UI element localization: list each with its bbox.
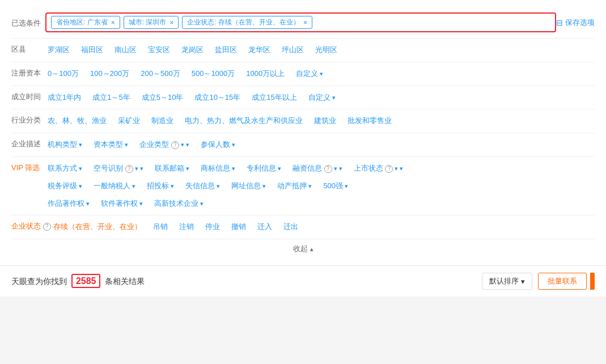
sort-label: 默认排序 xyxy=(489,276,519,286)
filter-item[interactable]: 空号识别 ? ▾ xyxy=(91,162,146,176)
district-row: 区县 罗湖区福田区南山区宝安区龙岗区盐田区龙华区坪山区光明区 xyxy=(11,39,595,62)
filter-item[interactable]: 龙华区 xyxy=(246,43,273,57)
industry-items: 农、林、牧、渔业采矿业制造业电力、热力、燃气及水生产和供应业建筑业批发和零售业 xyxy=(45,114,595,128)
filter-item[interactable]: 作品著作权 xyxy=(45,197,92,211)
filter-item[interactable]: 成立15年以上 xyxy=(249,91,299,105)
question-icon[interactable]: ? xyxy=(125,165,133,173)
filter-item[interactable]: 注销 xyxy=(177,220,196,234)
filter-item[interactable]: 罗湖区 xyxy=(45,43,72,57)
filter-item[interactable]: 盐田区 xyxy=(213,43,239,57)
filter-item[interactable]: 500～1000万 xyxy=(189,67,238,81)
result-prefix: 天眼查为你找到 xyxy=(11,277,67,286)
tag-text: 省份地区: 广东省 xyxy=(56,18,108,27)
vip-line2: 税务评级一般纳税人招投标失信信息网址信息动产抵押500强 xyxy=(45,179,595,193)
filter-item[interactable]: 联系方式 xyxy=(45,162,84,176)
filter-item[interactable]: 资本类型 xyxy=(91,138,130,152)
filter-item[interactable]: 制造业 xyxy=(149,114,176,128)
filter-item[interactable]: 南山区 xyxy=(112,43,139,57)
filter-item[interactable]: 成立1年内 xyxy=(45,91,83,105)
filter-item[interactable]: 上市状态 ? ▾ xyxy=(351,162,406,176)
filter-item[interactable]: 税务评级 xyxy=(45,179,84,193)
enterprise-status-row: 企业状态 ? 存续（在营、开业、在业）吊销注销停业撤销迁入迁出 xyxy=(11,215,595,239)
batch-contact-button[interactable]: 批量联系 xyxy=(538,273,587,290)
filter-item[interactable]: 光明区 xyxy=(313,43,340,57)
filter-item[interactable]: 商标信息 xyxy=(198,162,238,176)
vip-line3: 作品著作权软件著作权高新技术企业 xyxy=(45,197,595,211)
filter-item[interactable]: 吊销 xyxy=(151,220,170,234)
filter-item[interactable]: 高新技术企业 xyxy=(152,197,206,211)
tag-close-province[interactable]: × xyxy=(111,19,115,27)
filter-item[interactable]: 100～200万 xyxy=(88,67,132,81)
bottom-bar: 天眼查为你找到 2585 条相关结果 默认排序 ▾ 批量联系 xyxy=(0,265,606,297)
filter-item[interactable]: 存续（在营、开业、在业） xyxy=(51,220,144,234)
filter-item[interactable]: 龙岗区 xyxy=(179,43,206,57)
filter-item[interactable]: 失信信息 xyxy=(183,179,222,193)
result-count: 2585 xyxy=(71,274,101,288)
filter-item[interactable]: 招投标 xyxy=(145,179,176,193)
filter-item[interactable]: 宝安区 xyxy=(146,43,172,57)
filter-item[interactable]: 批发和零售业 xyxy=(345,114,394,128)
enterprise-status-items: 存续（在营、开业、在业）吊销注销停业撤销迁入迁出 xyxy=(51,220,595,234)
selected-tag-status[interactable]: 企业状态: 存续（在营、开业、在业） × xyxy=(182,16,312,29)
filter-item[interactable]: 停业 xyxy=(203,220,222,234)
tag-close-status[interactable]: × xyxy=(303,19,307,27)
question-icon[interactable]: ? xyxy=(171,141,179,149)
selected-tag-city[interactable]: 城市: 深圳市 × xyxy=(124,16,179,29)
filter-item[interactable]: 动产抵押 xyxy=(275,179,314,193)
sort-button[interactable]: 默认排序 ▾ xyxy=(482,273,532,290)
collapse-row: 收起 xyxy=(11,239,595,259)
district-items: 罗湖区福田区南山区宝安区龙岗区盐田区龙华区坪山区光明区 xyxy=(45,43,595,57)
filter-item[interactable]: 福田区 xyxy=(79,43,105,57)
filter-item[interactable]: 迁出 xyxy=(281,220,300,234)
selected-label: 已选条件 xyxy=(11,17,45,28)
filter-item[interactable]: 成立1～5年 xyxy=(90,91,132,105)
collapse-button[interactable]: 收起 xyxy=(293,244,313,254)
filter-item[interactable]: 一般纳税人 xyxy=(91,179,138,193)
save-button[interactable]: ⊟ 保存选项 xyxy=(556,18,595,28)
filter-item[interactable]: 成立5～10年 xyxy=(139,91,186,105)
founded-row: 成立时间 成立1年内成立1～5年成立5～10年成立10～15年成立15年以上自定… xyxy=(11,86,595,110)
capital-label: 注册资本 xyxy=(11,67,45,78)
filter-item[interactable]: 成立10～15年 xyxy=(192,91,243,105)
question-icon[interactable]: ? xyxy=(385,165,393,173)
vip-label: VIP 筛选 xyxy=(11,162,45,173)
save-icon: ⊟ xyxy=(556,18,563,27)
industry-label: 行业分类 xyxy=(11,114,45,125)
tag-text: 城市: 深圳市 xyxy=(129,18,167,27)
filter-item[interactable]: 企业类型 ? ▾ xyxy=(137,138,192,152)
filter-item[interactable]: 机构类型 xyxy=(45,138,84,152)
sort-arrow-icon: ▾ xyxy=(521,277,525,286)
filter-item[interactable]: 网址信息 xyxy=(229,179,268,193)
filter-item[interactable]: 采矿业 xyxy=(116,114,142,128)
filter-item[interactable]: 迁入 xyxy=(255,220,274,234)
filter-item[interactable]: 农、林、牧、渔业 xyxy=(45,114,109,128)
filter-item[interactable]: 联系邮箱 xyxy=(152,162,192,176)
enterprise-desc-items: 机构类型资本类型企业类型 ? ▾参保人数 xyxy=(45,138,595,152)
tag-close-city[interactable]: × xyxy=(169,19,173,27)
enterprise-desc-row: 企业描述 机构类型资本类型企业类型 ? ▾参保人数 xyxy=(11,133,595,157)
filter-item[interactable]: 0～100万 xyxy=(45,67,81,81)
vip-row: VIP 筛选 联系方式空号识别 ? ▾联系邮箱商标信息专利信息融资信息 ? ▾上… xyxy=(11,157,595,215)
filter-item[interactable]: 专利信息 xyxy=(244,162,283,176)
filter-item[interactable]: 软件著作权 xyxy=(99,197,145,211)
filter-item[interactable]: 参保人数 xyxy=(198,138,238,152)
filter-item[interactable]: 建筑业 xyxy=(312,114,338,128)
filter-item[interactable]: 自定义 xyxy=(306,91,338,105)
save-label: 保存选项 xyxy=(565,18,595,28)
result-text: 天眼查为你找到 2585 条相关结果 xyxy=(11,276,482,287)
question-icon[interactable]: ? xyxy=(324,165,332,173)
filter-item[interactable]: 融资信息 ? ▾ xyxy=(290,162,345,176)
filter-item[interactable]: 自定义 xyxy=(294,67,325,81)
tag-text: 企业状态: 存续（在营、开业、在业） xyxy=(187,18,300,27)
filter-item[interactable]: 撤销 xyxy=(229,220,248,234)
filter-item[interactable]: 电力、热力、燃气及水生产和供应业 xyxy=(183,114,305,128)
founded-items: 成立1年内成立1～5年成立5～10年成立10～15年成立15年以上自定义 xyxy=(45,91,595,105)
enterprise-desc-label: 企业描述 xyxy=(11,138,45,149)
enterprise-status-question[interactable]: ? xyxy=(43,223,51,231)
vip-items: 联系方式空号识别 ? ▾联系邮箱商标信息专利信息融资信息 ? ▾上市状态 ? ▾… xyxy=(45,162,595,210)
filter-item[interactable]: 200～500万 xyxy=(138,67,182,81)
selected-tag-province[interactable]: 省份地区: 广东省 × xyxy=(51,16,120,29)
filter-item[interactable]: 1000万以上 xyxy=(244,67,287,81)
filter-item[interactable]: 坪山区 xyxy=(279,43,306,57)
filter-item[interactable]: 500强 xyxy=(321,179,350,193)
